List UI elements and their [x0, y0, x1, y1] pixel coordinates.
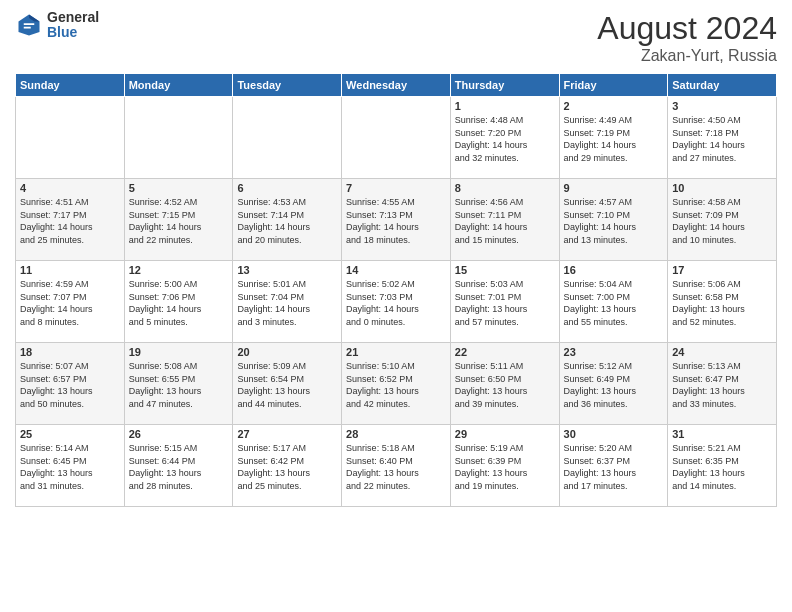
day-info: Sunrise: 5:17 AM Sunset: 6:42 PM Dayligh…	[237, 442, 337, 492]
day-number: 9	[564, 182, 664, 194]
day-number: 31	[672, 428, 772, 440]
logo-text: General Blue	[47, 10, 99, 41]
day-number: 22	[455, 346, 555, 358]
day-cell: 24Sunrise: 5:13 AM Sunset: 6:47 PM Dayli…	[668, 343, 777, 425]
day-info: Sunrise: 5:19 AM Sunset: 6:39 PM Dayligh…	[455, 442, 555, 492]
day-number: 23	[564, 346, 664, 358]
day-cell: 8Sunrise: 4:56 AM Sunset: 7:11 PM Daylig…	[450, 179, 559, 261]
svg-rect-2	[24, 24, 35, 26]
main-title: August 2024	[597, 10, 777, 47]
week-row-1: 4Sunrise: 4:51 AM Sunset: 7:17 PM Daylig…	[16, 179, 777, 261]
day-cell: 11Sunrise: 4:59 AM Sunset: 7:07 PM Dayli…	[16, 261, 125, 343]
day-cell: 2Sunrise: 4:49 AM Sunset: 7:19 PM Daylig…	[559, 97, 668, 179]
day-cell: 20Sunrise: 5:09 AM Sunset: 6:54 PM Dayli…	[233, 343, 342, 425]
day-number: 16	[564, 264, 664, 276]
day-cell: 23Sunrise: 5:12 AM Sunset: 6:49 PM Dayli…	[559, 343, 668, 425]
day-info: Sunrise: 5:20 AM Sunset: 6:37 PM Dayligh…	[564, 442, 664, 492]
day-info: Sunrise: 5:02 AM Sunset: 7:03 PM Dayligh…	[346, 278, 446, 328]
day-info: Sunrise: 5:18 AM Sunset: 6:40 PM Dayligh…	[346, 442, 446, 492]
day-cell: 29Sunrise: 5:19 AM Sunset: 6:39 PM Dayli…	[450, 425, 559, 507]
col-wednesday: Wednesday	[342, 74, 451, 97]
page: General Blue August 2024 Zakan-Yurt, Rus…	[0, 0, 792, 612]
col-thursday: Thursday	[450, 74, 559, 97]
col-friday: Friday	[559, 74, 668, 97]
day-info: Sunrise: 4:58 AM Sunset: 7:09 PM Dayligh…	[672, 196, 772, 246]
day-cell: 7Sunrise: 4:55 AM Sunset: 7:13 PM Daylig…	[342, 179, 451, 261]
day-info: Sunrise: 4:51 AM Sunset: 7:17 PM Dayligh…	[20, 196, 120, 246]
day-cell	[16, 97, 125, 179]
logo-general-text: General	[47, 10, 99, 25]
day-info: Sunrise: 5:12 AM Sunset: 6:49 PM Dayligh…	[564, 360, 664, 410]
day-cell: 18Sunrise: 5:07 AM Sunset: 6:57 PM Dayli…	[16, 343, 125, 425]
day-info: Sunrise: 4:55 AM Sunset: 7:13 PM Dayligh…	[346, 196, 446, 246]
day-cell: 22Sunrise: 5:11 AM Sunset: 6:50 PM Dayli…	[450, 343, 559, 425]
week-row-4: 25Sunrise: 5:14 AM Sunset: 6:45 PM Dayli…	[16, 425, 777, 507]
day-info: Sunrise: 4:53 AM Sunset: 7:14 PM Dayligh…	[237, 196, 337, 246]
header-row: Sunday Monday Tuesday Wednesday Thursday…	[16, 74, 777, 97]
day-cell: 14Sunrise: 5:02 AM Sunset: 7:03 PM Dayli…	[342, 261, 451, 343]
day-info: Sunrise: 4:59 AM Sunset: 7:07 PM Dayligh…	[20, 278, 120, 328]
day-number: 6	[237, 182, 337, 194]
day-cell: 31Sunrise: 5:21 AM Sunset: 6:35 PM Dayli…	[668, 425, 777, 507]
day-number: 10	[672, 182, 772, 194]
logo-blue-text: Blue	[47, 25, 99, 40]
day-number: 2	[564, 100, 664, 112]
day-cell: 21Sunrise: 5:10 AM Sunset: 6:52 PM Dayli…	[342, 343, 451, 425]
day-number: 19	[129, 346, 229, 358]
col-saturday: Saturday	[668, 74, 777, 97]
day-info: Sunrise: 4:49 AM Sunset: 7:19 PM Dayligh…	[564, 114, 664, 164]
day-cell: 27Sunrise: 5:17 AM Sunset: 6:42 PM Dayli…	[233, 425, 342, 507]
day-number: 1	[455, 100, 555, 112]
day-cell: 4Sunrise: 4:51 AM Sunset: 7:17 PM Daylig…	[16, 179, 125, 261]
day-info: Sunrise: 5:09 AM Sunset: 6:54 PM Dayligh…	[237, 360, 337, 410]
day-cell: 1Sunrise: 4:48 AM Sunset: 7:20 PM Daylig…	[450, 97, 559, 179]
day-cell	[342, 97, 451, 179]
logo-icon	[15, 11, 43, 39]
col-monday: Monday	[124, 74, 233, 97]
day-info: Sunrise: 5:11 AM Sunset: 6:50 PM Dayligh…	[455, 360, 555, 410]
calendar-header: Sunday Monday Tuesday Wednesday Thursday…	[16, 74, 777, 97]
day-info: Sunrise: 4:50 AM Sunset: 7:18 PM Dayligh…	[672, 114, 772, 164]
day-info: Sunrise: 4:57 AM Sunset: 7:10 PM Dayligh…	[564, 196, 664, 246]
day-number: 7	[346, 182, 446, 194]
day-cell: 15Sunrise: 5:03 AM Sunset: 7:01 PM Dayli…	[450, 261, 559, 343]
day-cell: 12Sunrise: 5:00 AM Sunset: 7:06 PM Dayli…	[124, 261, 233, 343]
day-number: 3	[672, 100, 772, 112]
day-number: 8	[455, 182, 555, 194]
sub-title: Zakan-Yurt, Russia	[597, 47, 777, 65]
day-info: Sunrise: 5:03 AM Sunset: 7:01 PM Dayligh…	[455, 278, 555, 328]
day-number: 21	[346, 346, 446, 358]
day-info: Sunrise: 5:14 AM Sunset: 6:45 PM Dayligh…	[20, 442, 120, 492]
week-row-0: 1Sunrise: 4:48 AM Sunset: 7:20 PM Daylig…	[16, 97, 777, 179]
day-info: Sunrise: 5:04 AM Sunset: 7:00 PM Dayligh…	[564, 278, 664, 328]
calendar-table: Sunday Monday Tuesday Wednesday Thursday…	[15, 73, 777, 507]
day-info: Sunrise: 5:06 AM Sunset: 6:58 PM Dayligh…	[672, 278, 772, 328]
week-row-3: 18Sunrise: 5:07 AM Sunset: 6:57 PM Dayli…	[16, 343, 777, 425]
col-sunday: Sunday	[16, 74, 125, 97]
day-number: 28	[346, 428, 446, 440]
day-info: Sunrise: 5:08 AM Sunset: 6:55 PM Dayligh…	[129, 360, 229, 410]
day-number: 5	[129, 182, 229, 194]
day-info: Sunrise: 4:48 AM Sunset: 7:20 PM Dayligh…	[455, 114, 555, 164]
day-number: 29	[455, 428, 555, 440]
day-cell: 25Sunrise: 5:14 AM Sunset: 6:45 PM Dayli…	[16, 425, 125, 507]
day-number: 12	[129, 264, 229, 276]
day-number: 4	[20, 182, 120, 194]
day-cell: 10Sunrise: 4:58 AM Sunset: 7:09 PM Dayli…	[668, 179, 777, 261]
day-info: Sunrise: 5:13 AM Sunset: 6:47 PM Dayligh…	[672, 360, 772, 410]
day-number: 25	[20, 428, 120, 440]
title-block: August 2024 Zakan-Yurt, Russia	[597, 10, 777, 65]
day-info: Sunrise: 5:00 AM Sunset: 7:06 PM Dayligh…	[129, 278, 229, 328]
day-cell: 5Sunrise: 4:52 AM Sunset: 7:15 PM Daylig…	[124, 179, 233, 261]
day-info: Sunrise: 4:56 AM Sunset: 7:11 PM Dayligh…	[455, 196, 555, 246]
day-number: 24	[672, 346, 772, 358]
day-info: Sunrise: 5:10 AM Sunset: 6:52 PM Dayligh…	[346, 360, 446, 410]
week-row-2: 11Sunrise: 4:59 AM Sunset: 7:07 PM Dayli…	[16, 261, 777, 343]
day-cell: 13Sunrise: 5:01 AM Sunset: 7:04 PM Dayli…	[233, 261, 342, 343]
calendar-body: 1Sunrise: 4:48 AM Sunset: 7:20 PM Daylig…	[16, 97, 777, 507]
day-number: 14	[346, 264, 446, 276]
day-cell: 6Sunrise: 4:53 AM Sunset: 7:14 PM Daylig…	[233, 179, 342, 261]
day-cell: 26Sunrise: 5:15 AM Sunset: 6:44 PM Dayli…	[124, 425, 233, 507]
day-number: 20	[237, 346, 337, 358]
col-tuesday: Tuesday	[233, 74, 342, 97]
